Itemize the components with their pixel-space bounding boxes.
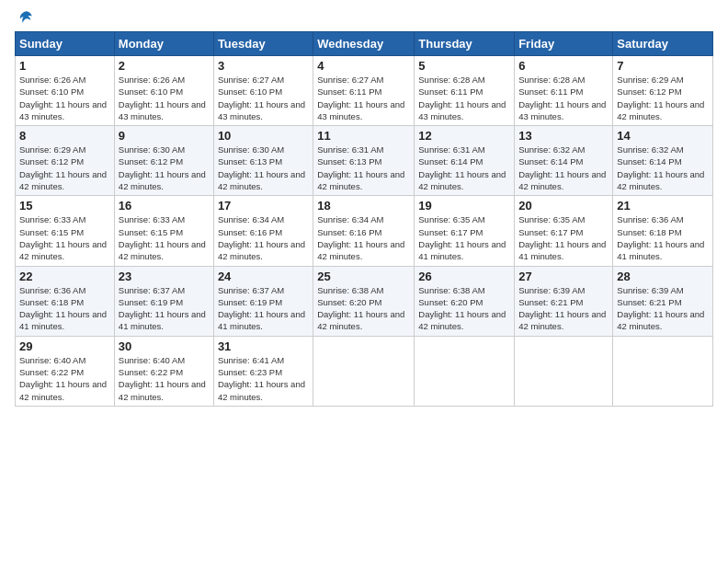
weekday-header-monday: Monday [114,32,213,56]
day-detail: Sunrise: 6:26 AMSunset: 6:10 PMDaylight:… [119,75,206,121]
day-number: 24 [218,270,309,283]
day-detail: Sunrise: 6:30 AMSunset: 6:12 PMDaylight:… [119,144,206,191]
day-detail: Sunrise: 6:40 AMSunset: 6:22 PMDaylight:… [19,355,107,402]
day-detail: Sunrise: 6:34 AMSunset: 6:16 PMDaylight:… [218,214,305,261]
day-detail: Sunrise: 6:33 AMSunset: 6:15 PMDaylight:… [119,214,206,261]
weekday-header-tuesday: Tuesday [213,32,313,56]
calendar-cell: 24Sunrise: 6:37 AMSunset: 6:19 PMDayligh… [213,266,313,336]
day-detail: Sunrise: 6:38 AMSunset: 6:20 PMDaylight:… [418,285,506,332]
day-number: 27 [518,270,609,283]
calendar-cell: 11Sunrise: 6:31 AMSunset: 6:13 PMDayligh… [313,126,415,196]
day-detail: Sunrise: 6:37 AMSunset: 6:19 PMDaylight:… [119,285,206,332]
day-number: 9 [119,129,210,143]
day-detail: Sunrise: 6:27 AMSunset: 6:10 PMDaylight:… [218,75,305,121]
weekday-header-friday: Friday [515,32,613,56]
logo [15,9,36,26]
day-detail: Sunrise: 6:28 AMSunset: 6:11 PMDaylight:… [418,75,506,121]
day-number: 10 [218,129,309,143]
calendar-cell: 28Sunrise: 6:39 AMSunset: 6:21 PMDayligh… [613,266,713,336]
calendar-cell: 2Sunrise: 6:26 AMSunset: 6:10 PMDaylight… [114,56,213,126]
calendar-cell [515,336,613,406]
calendar-cell: 10Sunrise: 6:30 AMSunset: 6:13 PMDayligh… [213,126,313,196]
calendar-cell: 23Sunrise: 6:37 AMSunset: 6:19 PMDayligh… [114,266,213,336]
day-detail: Sunrise: 6:39 AMSunset: 6:21 PMDaylight:… [518,285,606,332]
day-number: 16 [119,199,210,213]
day-detail: Sunrise: 6:33 AMSunset: 6:15 PMDaylight:… [19,214,107,261]
calendar-cell: 30Sunrise: 6:40 AMSunset: 6:22 PMDayligh… [114,336,213,406]
calendar-cell: 9Sunrise: 6:30 AMSunset: 6:12 PMDaylight… [114,126,213,196]
day-number: 7 [617,59,709,73]
day-number: 17 [218,199,309,213]
day-detail: Sunrise: 6:28 AMSunset: 6:11 PMDaylight:… [518,75,606,121]
day-number: 25 [317,270,410,283]
day-number: 4 [317,59,410,73]
weekday-header-saturday: Saturday [613,32,713,56]
day-detail: Sunrise: 6:32 AMSunset: 6:14 PMDaylight:… [617,144,704,191]
day-number: 6 [518,59,609,73]
day-number: 8 [19,129,110,143]
day-detail: Sunrise: 6:37 AMSunset: 6:19 PMDaylight:… [218,285,305,332]
calendar-cell: 17Sunrise: 6:34 AMSunset: 6:16 PMDayligh… [213,196,313,266]
weekday-header-row: SundayMondayTuesdayWednesdayThursdayFrid… [16,32,713,56]
day-number: 28 [617,270,709,283]
calendar-cell [313,336,415,406]
calendar-cell: 19Sunrise: 6:35 AMSunset: 6:17 PMDayligh… [415,196,515,266]
calendar-cell: 21Sunrise: 6:36 AMSunset: 6:18 PMDayligh… [613,196,713,266]
calendar-week-row: 15Sunrise: 6:33 AMSunset: 6:15 PMDayligh… [16,196,713,266]
day-detail: Sunrise: 6:38 AMSunset: 6:20 PMDaylight:… [317,285,404,332]
day-detail: Sunrise: 6:26 AMSunset: 6:10 PMDaylight:… [19,75,107,121]
day-number: 22 [19,270,110,283]
calendar-cell: 22Sunrise: 6:36 AMSunset: 6:18 PMDayligh… [16,266,115,336]
day-number: 3 [218,59,309,73]
weekday-header-thursday: Thursday [415,32,515,56]
calendar-cell: 7Sunrise: 6:29 AMSunset: 6:12 PMDaylight… [613,56,713,126]
day-number: 30 [119,339,210,353]
day-number: 26 [418,270,510,283]
day-detail: Sunrise: 6:29 AMSunset: 6:12 PMDaylight:… [19,144,107,191]
calendar-cell: 4Sunrise: 6:27 AMSunset: 6:11 PMDaylight… [313,56,415,126]
calendar-cell: 31Sunrise: 6:41 AMSunset: 6:23 PMDayligh… [213,336,313,406]
day-number: 21 [617,199,709,213]
day-detail: Sunrise: 6:31 AMSunset: 6:13 PMDaylight:… [317,144,404,191]
day-detail: Sunrise: 6:30 AMSunset: 6:13 PMDaylight:… [218,144,305,191]
day-detail: Sunrise: 6:31 AMSunset: 6:14 PMDaylight:… [418,144,506,191]
calendar-week-row: 29Sunrise: 6:40 AMSunset: 6:22 PMDayligh… [16,336,713,406]
day-detail: Sunrise: 6:40 AMSunset: 6:22 PMDaylight:… [119,355,206,402]
page: SundayMondayTuesdayWednesdayThursdayFrid… [0,0,728,563]
calendar-cell [415,336,515,406]
day-number: 15 [19,199,110,213]
day-detail: Sunrise: 6:35 AMSunset: 6:17 PMDaylight:… [518,214,606,261]
day-number: 14 [617,129,709,143]
day-detail: Sunrise: 6:32 AMSunset: 6:14 PMDaylight:… [518,144,606,191]
day-number: 23 [119,270,210,283]
day-detail: Sunrise: 6:34 AMSunset: 6:16 PMDaylight:… [317,214,404,261]
calendar-cell: 1Sunrise: 6:26 AMSunset: 6:10 PMDaylight… [16,56,115,126]
calendar-table: SundayMondayTuesdayWednesdayThursdayFrid… [15,31,713,407]
day-detail: Sunrise: 6:41 AMSunset: 6:23 PMDaylight:… [218,355,305,402]
calendar-cell: 25Sunrise: 6:38 AMSunset: 6:20 PMDayligh… [313,266,415,336]
logo-area [15,9,36,26]
day-number: 31 [218,339,309,353]
calendar-week-row: 1Sunrise: 6:26 AMSunset: 6:10 PMDaylight… [16,56,713,126]
calendar-cell: 12Sunrise: 6:31 AMSunset: 6:14 PMDayligh… [415,126,515,196]
calendar-cell: 16Sunrise: 6:33 AMSunset: 6:15 PMDayligh… [114,196,213,266]
day-number: 5 [418,59,510,73]
calendar-cell: 27Sunrise: 6:39 AMSunset: 6:21 PMDayligh… [515,266,613,336]
day-detail: Sunrise: 6:36 AMSunset: 6:18 PMDaylight:… [617,214,704,261]
calendar-cell: 15Sunrise: 6:33 AMSunset: 6:15 PMDayligh… [16,196,115,266]
day-number: 11 [317,129,410,143]
day-number: 12 [418,129,510,143]
calendar-cell: 6Sunrise: 6:28 AMSunset: 6:11 PMDaylight… [515,56,613,126]
calendar-cell [613,336,713,406]
day-number: 19 [418,199,510,213]
weekday-header-wednesday: Wednesday [313,32,415,56]
calendar-cell: 13Sunrise: 6:32 AMSunset: 6:14 PMDayligh… [515,126,613,196]
calendar-cell: 3Sunrise: 6:27 AMSunset: 6:10 PMDaylight… [213,56,313,126]
calendar-cell: 26Sunrise: 6:38 AMSunset: 6:20 PMDayligh… [415,266,515,336]
day-number: 20 [518,199,609,213]
header [15,9,713,26]
weekday-header-sunday: Sunday [16,32,115,56]
calendar-cell: 8Sunrise: 6:29 AMSunset: 6:12 PMDaylight… [16,126,115,196]
day-detail: Sunrise: 6:39 AMSunset: 6:21 PMDaylight:… [617,285,704,332]
day-number: 18 [317,199,410,213]
